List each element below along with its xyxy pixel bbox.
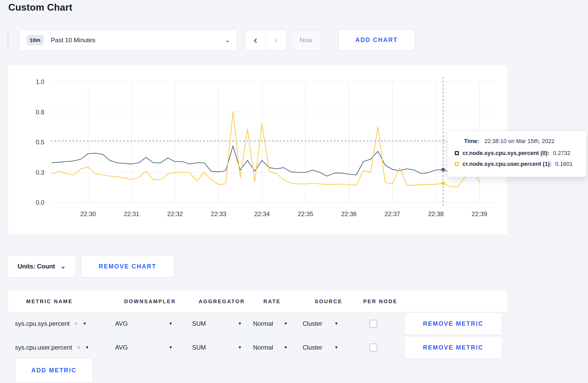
tooltip-series-name: cr.node.sys.cpu.sys.percent (0): [463, 150, 549, 157]
source-value: Cluster [303, 320, 322, 327]
metric-name-value: sys.cpu.user.percent [15, 344, 72, 351]
svg-text:22:36: 22:36 [341, 210, 357, 217]
downsampler-select[interactable]: AVG ▼ [115, 336, 173, 359]
tooltip-series-row: cr.node.sys.cpu.sys.percent (0): 0.2732 [455, 150, 579, 157]
per-node-checkbox[interactable] [369, 344, 377, 351]
svg-text:0.5: 0.5 [36, 139, 44, 146]
previous-range-button[interactable]: ‹ [245, 30, 266, 51]
column-header-downsampler: DOWNSAMPLER [124, 290, 176, 313]
rate-select[interactable]: Normal ▼ [253, 336, 288, 359]
svg-text:22:32: 22:32 [167, 210, 183, 217]
tooltip-time: Time: 22:38:10 on Mar 15th, 2022 [455, 138, 579, 145]
time-range-badge: 10m [26, 35, 44, 45]
downsampler-value: AVG [115, 344, 128, 351]
clear-metric-icon[interactable]: × [77, 344, 80, 351]
svg-text:22:37: 22:37 [385, 210, 400, 217]
caret-down-icon: ▼ [284, 345, 288, 350]
tooltip-time-value: 22:38:10 on Mar 15th, 2022 [484, 138, 554, 144]
svg-text:22:38: 22:38 [428, 210, 444, 217]
svg-text:0.3: 0.3 [36, 169, 44, 176]
toolbar-divider [8, 31, 8, 50]
per-node-cell [369, 336, 377, 359]
clear-metric-icon[interactable]: × [74, 320, 78, 327]
svg-text:0.8: 0.8 [36, 109, 44, 116]
tooltip-series-row: cr.node.sys.cpu.user.percent (1): 0.1601 [455, 161, 579, 167]
per-node-cell [369, 312, 377, 336]
metric-row: sys.cpu.user.percent × ▼ AVG ▼ SUM ▼ Nor… [8, 336, 508, 359]
caret-down-icon: ▼ [169, 345, 173, 350]
metric-row: sys.cpu.sys.percent × ▼ AVG ▼ SUM ▼ Norm… [8, 312, 508, 336]
metrics-table-header: METRIC NAME DOWNSAMPLER AGGREGATOR RATE … [8, 290, 508, 312]
add-metric-button[interactable]: ADD METRIC [15, 358, 93, 383]
column-header-source: SOURCE [315, 290, 342, 313]
column-header-metric-name: METRIC NAME [26, 290, 73, 313]
svg-text:22:39: 22:39 [472, 210, 487, 217]
user-series-swatch-icon [455, 162, 459, 166]
source-select[interactable]: Cluster ▼ [303, 336, 338, 359]
column-header-rate: RATE [263, 290, 281, 313]
page-title: Custom Chart [8, 2, 72, 13]
svg-text:22:35: 22:35 [298, 210, 313, 217]
rate-select[interactable]: Normal ▼ [253, 312, 288, 336]
tooltip-series-name: cr.node.sys.cpu.user.percent (1): [463, 161, 552, 167]
chevron-down-icon: ⌄ [60, 264, 66, 268]
caret-down-icon: ▼ [238, 321, 242, 326]
tooltip-time-label: Time: [464, 138, 479, 144]
time-nav-group: ‹ › [245, 30, 286, 51]
rate-value: Normal [253, 320, 273, 327]
now-button[interactable]: Now [290, 30, 321, 51]
metric-name-select[interactable]: sys.cpu.user.percent × ▼ [15, 336, 89, 359]
add-chart-button[interactable]: ADD CHART [338, 29, 415, 51]
caret-down-icon: ▼ [334, 345, 338, 350]
svg-text:0.0: 0.0 [36, 199, 44, 206]
per-node-checkbox[interactable] [369, 320, 377, 328]
metric-name-value: sys.cpu.sys.percent [15, 320, 70, 327]
units-label: Units: Count [18, 263, 55, 270]
sys-series-swatch-icon [455, 151, 459, 155]
svg-text:1.0: 1.0 [36, 78, 44, 85]
next-range-button[interactable]: › [266, 30, 286, 51]
svg-text:22:31: 22:31 [124, 210, 139, 217]
column-header-per-node: PER NODE [363, 290, 397, 313]
remove-metric-button[interactable]: REMOVE METRIC [404, 312, 502, 335]
column-header-aggregator: AGGREGATOR [199, 290, 245, 313]
time-range-label: Past 10 Minutes [51, 37, 225, 44]
cpu-line-chart[interactable]: 0.00.30.50.81.022:3022:3122:3222:3322:34… [8, 65, 508, 235]
chart-tooltip: Time: 22:38:10 on Mar 15th, 2022 cr.node… [447, 131, 586, 177]
caret-down-icon: ▼ [334, 321, 338, 326]
custom-chart-page: Custom Chart 10m Past 10 Minutes ⌄ ‹ › N… [0, 0, 588, 383]
metric-name-select[interactable]: sys.cpu.sys.percent × ▼ [15, 312, 87, 336]
source-value: Cluster [303, 344, 322, 351]
caret-down-icon: ▼ [83, 321, 87, 326]
remove-metric-button[interactable]: REMOVE METRIC [404, 336, 502, 359]
rate-value: Normal [253, 344, 273, 351]
svg-text:22:34: 22:34 [254, 210, 270, 217]
aggregator-select[interactable]: SUM ▼ [192, 312, 242, 336]
caret-down-icon: ▼ [238, 345, 242, 350]
tooltip-series-value: 0.1601 [555, 161, 573, 167]
aggregator-select[interactable]: SUM ▼ [192, 336, 242, 359]
caret-down-icon: ▼ [284, 321, 288, 326]
aggregator-value: SUM [192, 344, 206, 351]
time-range-dropdown[interactable]: 10m Past 10 Minutes ⌄ [19, 30, 237, 51]
caret-down-icon: ▼ [169, 321, 173, 326]
remove-chart-button[interactable]: REMOVE CHART [81, 255, 174, 278]
tooltip-series-value: 0.2732 [553, 150, 570, 157]
caret-down-icon: ▼ [85, 345, 89, 350]
chart-card: 0.00.30.50.81.022:3022:3122:3222:3322:34… [8, 65, 508, 235]
source-select[interactable]: Cluster ▼ [303, 312, 338, 336]
units-dropdown[interactable]: Units: Count ⌄ [8, 255, 76, 278]
svg-text:22:30: 22:30 [80, 210, 96, 217]
chevron-down-icon: ⌄ [225, 38, 230, 42]
downsampler-value: AVG [115, 320, 128, 327]
downsampler-select[interactable]: AVG ▼ [115, 312, 173, 336]
svg-text:22:33: 22:33 [211, 210, 226, 217]
aggregator-value: SUM [192, 320, 206, 327]
